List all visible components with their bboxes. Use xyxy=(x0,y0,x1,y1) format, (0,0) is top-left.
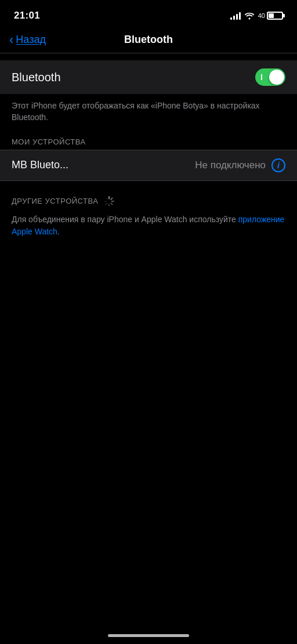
svg-line-7 xyxy=(106,198,107,199)
status-time: 21:01 xyxy=(14,10,40,21)
status-bar: 21:01 40 xyxy=(0,0,297,29)
status-icons: 40 xyxy=(230,12,283,20)
other-devices-header: ДРУГИЕ УСТРОЙСТВА xyxy=(0,188,297,210)
page-title: Bluetooth xyxy=(124,34,173,46)
device-status-group: Не подключено i xyxy=(195,158,285,172)
signal-icon xyxy=(230,12,241,20)
other-devices-label: ДРУГИЕ УСТРОЙСТВА xyxy=(12,197,98,205)
svg-line-5 xyxy=(106,203,107,204)
battery-icon xyxy=(267,12,283,20)
my-devices-header: МОИ УСТРОЙСТВА xyxy=(0,133,297,150)
bluetooth-description: Этот iPhone будет отображаться как «iPho… xyxy=(0,94,297,133)
spinner-icon xyxy=(104,196,114,207)
home-indicator xyxy=(108,634,189,637)
wifi-icon xyxy=(244,12,255,20)
other-devices-section: ДРУГИЕ УСТРОЙСТВА Для объединения в пару… xyxy=(0,188,297,247)
info-icon[interactable]: i xyxy=(271,158,285,172)
back-label[interactable]: Назад xyxy=(16,34,46,46)
nav-separator xyxy=(0,53,297,53)
toggle-i-indicator: I xyxy=(260,73,263,82)
bluetooth-label: Bluetooth xyxy=(12,71,61,84)
device-name: MB Blueto... xyxy=(12,159,68,171)
toggle-knob xyxy=(269,70,284,85)
bluetooth-toggle-row: Bluetooth I xyxy=(0,60,297,94)
back-button[interactable]: ‹ Назад xyxy=(9,34,46,46)
chevron-left-icon: ‹ xyxy=(9,34,13,46)
device-status: Не подключено xyxy=(195,160,266,171)
svg-line-1 xyxy=(111,198,113,199)
battery-percent: 40 xyxy=(258,12,265,19)
svg-line-3 xyxy=(111,203,113,204)
bluetooth-toggle[interactable]: I xyxy=(255,68,285,86)
device-row[interactable]: MB Blueto... Не подключено i xyxy=(0,150,297,181)
description-end: . xyxy=(57,227,60,236)
bluetooth-toggle-section: Bluetooth I Этот iPhone будет отображать… xyxy=(0,60,297,133)
description-part1: Для объединения в пару iPhone и Apple Wa… xyxy=(12,215,238,224)
other-devices-description: Для объединения в пару iPhone и Apple Wa… xyxy=(0,210,297,247)
nav-bar: ‹ Назад Bluetooth xyxy=(0,29,297,53)
info-i-text: i xyxy=(277,161,280,170)
battery-indicator: 40 xyxy=(258,12,283,20)
